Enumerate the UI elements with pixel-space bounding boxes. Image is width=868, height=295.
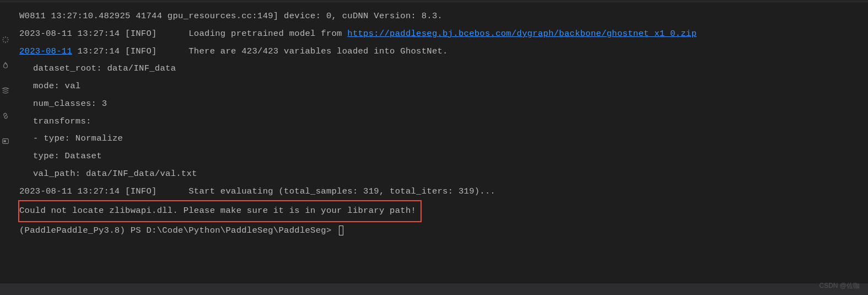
config-line: transforms: xyxy=(19,113,860,131)
link-icon[interactable] xyxy=(1,111,10,120)
error-highlight-box: Could not locate zlibwapi.dll. Please ma… xyxy=(19,200,860,222)
watermark: CSDN @佐咖 xyxy=(819,281,860,291)
error-line: Could not locate zlibwapi.dll. Please ma… xyxy=(18,200,422,222)
svg-rect-1 xyxy=(4,140,6,142)
stack-icon[interactable] xyxy=(1,86,10,95)
square-icon[interactable] xyxy=(1,137,10,146)
activity-bar xyxy=(0,2,11,282)
config-line: val_path: data/INF_data/val.txt xyxy=(19,165,860,183)
log-line: 2023-08-11 13:27:14 [INFO] Start evaluat… xyxy=(19,183,860,201)
status-bar[interactable] xyxy=(0,283,868,295)
config-line: type: Dataset xyxy=(19,148,860,165)
config-line: dataset_root: data/INF_data xyxy=(19,60,860,78)
config-line: mode: val xyxy=(19,78,860,95)
log-line: W0811 13:27:10.482925 41744 gpu_resource… xyxy=(19,8,860,25)
date-link[interactable]: 2023-08-11 xyxy=(19,46,72,56)
log-line: 2023-08-11 13:27:14 [INFO] Loading pretr… xyxy=(19,25,860,43)
config-line: - type: Normalize xyxy=(19,130,860,148)
log-line: 2023-08-11 13:27:14 [INFO] There are 423… xyxy=(19,43,860,61)
model-url-link[interactable]: https://paddleseg.bj.bcebos.com/dygraph/… xyxy=(347,29,697,39)
cursor xyxy=(339,226,343,235)
sparkle-icon[interactable] xyxy=(1,35,10,44)
flame-icon[interactable] xyxy=(1,61,10,69)
config-line: num_classes: 3 xyxy=(19,95,860,113)
terminal-output[interactable]: W0811 13:27:10.482925 41744 gpu_resource… xyxy=(11,2,868,282)
prompt-line[interactable]: (PaddlePaddle_Py3.8) PS D:\Code\Python\P… xyxy=(19,222,860,240)
